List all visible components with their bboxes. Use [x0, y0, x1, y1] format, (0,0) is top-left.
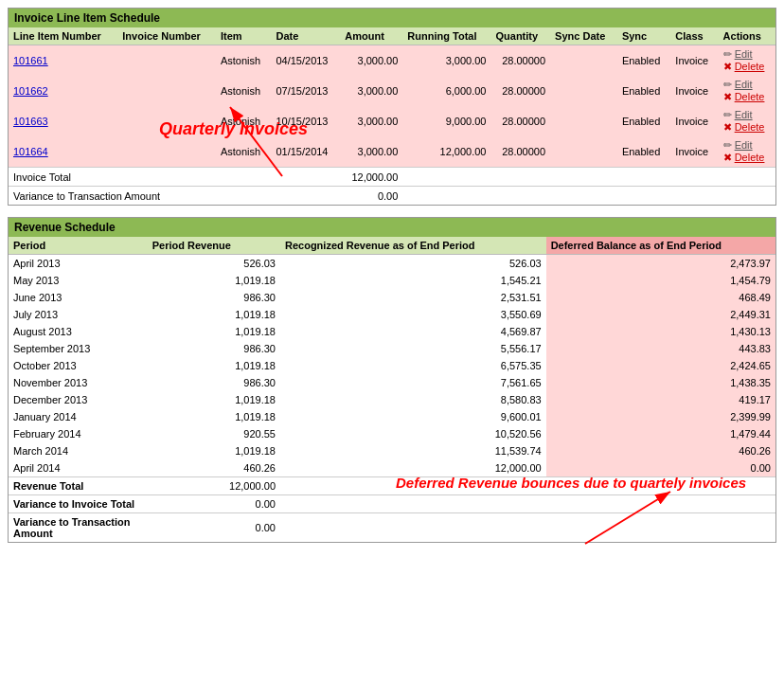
revenue-table: Period Period Revenue Recognized Revenue…	[9, 237, 775, 542]
rev-cell-recognized: 526.03	[280, 255, 546, 273]
cell-date: 04/15/2013	[271, 45, 340, 77]
cell-amount: 3,000.00	[340, 136, 402, 168]
rev-cell-period-revenue: 1,019.18	[148, 391, 280, 408]
line-item-link[interactable]: 101664	[13, 146, 48, 157]
rev-cell-period-revenue: 986.30	[148, 289, 280, 306]
edit-link[interactable]: ✏ Edit	[723, 79, 753, 90]
rev-cell-deferred: 2,449.31	[546, 306, 775, 323]
delete-link[interactable]: ✖ Delete	[723, 152, 771, 164]
col-header-date: Date	[271, 27, 340, 45]
rev-cell-period: May 2013	[9, 272, 148, 289]
revenue-footer-row: Variance to Transaction Amount 0.00	[9, 513, 775, 543]
invoice-table-row: 101664 Astonish 01/15/2014 3,000.00 12,0…	[9, 136, 775, 168]
revenue-table-row: April 2013 526.03 526.03 2,473.97	[9, 255, 775, 273]
rev-footer-label: Variance to Transaction Amount	[9, 513, 148, 543]
revenue-table-row: October 2013 1,019.18 6,575.35 2,424.65	[9, 357, 775, 374]
rev-cell-deferred: 1,438.35	[546, 374, 775, 391]
rev-cell-period: November 2013	[9, 374, 148, 391]
rev-cell-recognized: 1,545.21	[280, 272, 546, 289]
revenue-table-header-row: Period Period Revenue Recognized Revenue…	[9, 237, 775, 255]
line-item-link[interactable]: 101662	[13, 85, 48, 97]
cell-date: 07/15/2013	[271, 76, 340, 106]
cell-quantity: 28.00000	[490, 45, 550, 77]
revenue-table-row: July 2013 1,019.18 3,550.69 2,449.31	[9, 306, 775, 323]
line-item-link[interactable]: 101661	[13, 55, 48, 66]
cell-invoice-number	[117, 136, 216, 168]
rev-footer-label: Variance to Invoice Total	[9, 495, 148, 513]
cell-class: Invoice	[670, 45, 718, 77]
cell-running-total: 6,000.00	[402, 76, 490, 106]
invoice-footer-row: Variance to Transaction Amount 0.00	[9, 187, 775, 206]
revenue-table-row: June 2013 986.30 2,531.51 468.49	[9, 289, 775, 306]
cell-actions: ✏ Edit ✖ Delete	[719, 45, 775, 77]
footer-label: Invoice Total	[9, 168, 271, 187]
revenue-table-row: December 2013 1,019.18 8,580.83 419.17	[9, 391, 775, 408]
cell-actions: ✏ Edit ✖ Delete	[719, 76, 775, 106]
cell-sync: Enabled	[617, 45, 670, 77]
rev-cell-recognized: 6,575.35	[280, 357, 546, 374]
rev-cell-period-revenue: 526.03	[148, 255, 280, 273]
rev-col-recognized: Recognized Revenue as of End Period	[280, 237, 546, 255]
cell-sync: Enabled	[617, 76, 670, 106]
invoice-section-wrapper: Invoice Line Item Schedule Line Item Num…	[8, 8, 776, 206]
rev-cell-period: April 2013	[9, 255, 148, 273]
revenue-section-wrapper: Revenue Schedule Period Period Revenue R…	[8, 217, 776, 543]
col-header-sync-date: Sync Date	[550, 27, 617, 45]
cell-sync: Enabled	[617, 106, 670, 136]
cell-date: 10/15/2013	[271, 106, 340, 136]
rev-cell-recognized: 10,520.56	[280, 425, 546, 442]
rev-cell-period: July 2013	[9, 306, 148, 323]
col-header-amount: Amount	[340, 27, 402, 45]
rev-cell-deferred: 1,479.44	[546, 425, 775, 442]
col-header-invoice-number: Invoice Number	[117, 27, 216, 45]
rev-cell-period-revenue: 986.30	[148, 374, 280, 391]
revenue-footer-row: Variance to Invoice Total 0.00	[9, 495, 775, 513]
rev-cell-period: June 2013	[9, 289, 148, 306]
delete-link[interactable]: ✖ Delete	[723, 91, 771, 103]
edit-link[interactable]: ✏ Edit	[723, 48, 753, 60]
cell-line-item[interactable]: 101663	[9, 106, 117, 136]
line-item-link[interactable]: 101663	[13, 116, 48, 127]
delete-link[interactable]: ✖ Delete	[723, 61, 771, 73]
cell-invoice-number	[117, 106, 216, 136]
cell-invoice-number	[117, 76, 216, 106]
rev-cell-deferred: 2,473.97	[546, 255, 775, 273]
rev-cell-period-revenue: 1,019.18	[148, 272, 280, 289]
cell-item: Astonish	[216, 45, 272, 77]
invoice-table: Line Item Number Invoice Number Item Dat…	[9, 27, 775, 205]
cell-item: Astonish	[216, 76, 272, 106]
footer-amount: 0.00	[340, 187, 402, 206]
revenue-section-title: Revenue Schedule	[14, 221, 116, 234]
rev-cell-deferred: 1,454.79	[546, 272, 775, 289]
col-header-actions: Actions	[719, 27, 775, 45]
rev-footer-deferred	[546, 513, 775, 543]
cell-quantity: 28.00000	[490, 136, 550, 168]
rev-cell-recognized: 3,550.69	[280, 306, 546, 323]
invoice-table-row: 101662 Astonish 07/15/2013 3,000.00 6,00…	[9, 76, 775, 106]
edit-link[interactable]: ✏ Edit	[723, 109, 753, 120]
rev-cell-period-revenue: 1,019.18	[148, 306, 280, 323]
cell-class: Invoice	[670, 136, 718, 168]
rev-cell-deferred: 468.49	[546, 289, 775, 306]
rev-footer-label: Revenue Total	[9, 477, 148, 495]
cell-line-item[interactable]: 101662	[9, 76, 117, 106]
rev-cell-recognized: 7,561.65	[280, 374, 546, 391]
cell-line-item[interactable]: 101661	[9, 45, 117, 77]
footer-label: Variance to Transaction Amount	[9, 187, 271, 206]
delete-link[interactable]: ✖ Delete	[723, 121, 771, 134]
revenue-table-row: November 2013 986.30 7,561.65 1,438.35	[9, 374, 775, 391]
rev-cell-deferred: 419.17	[546, 391, 775, 408]
rev-cell-deferred: 460.26	[546, 442, 775, 459]
cell-invoice-number	[117, 45, 216, 77]
rev-cell-period: April 2014	[9, 459, 148, 477]
rev-col-period: Period	[9, 237, 148, 255]
revenue-table-row: March 2014 1,019.18 11,539.74 460.26	[9, 442, 775, 459]
footer-empty	[402, 187, 775, 206]
col-header-quantity: Quantity	[490, 27, 550, 45]
rev-footer-period-rev: 0.00	[148, 495, 280, 513]
rev-cell-period-revenue: 986.30	[148, 340, 280, 357]
edit-link[interactable]: ✏ Edit	[723, 139, 753, 151]
rev-footer-deferred	[546, 495, 775, 513]
cell-line-item[interactable]: 101664	[9, 136, 117, 168]
rev-cell-recognized: 9,600.01	[280, 408, 546, 425]
